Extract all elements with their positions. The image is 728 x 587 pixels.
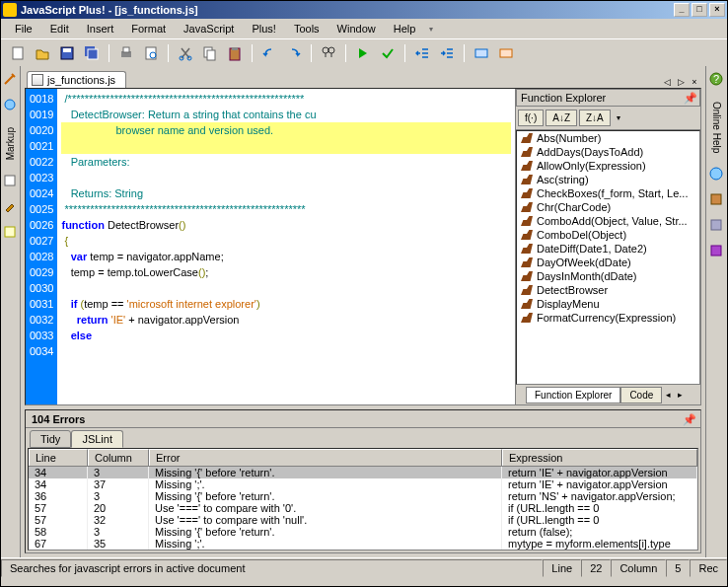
library-icon[interactable] — [709, 244, 725, 259]
save-button[interactable] — [56, 42, 78, 64]
menu-help[interactable]: Help — [386, 21, 424, 37]
column-header-expression[interactable]: Expression — [502, 449, 697, 466]
svg-rect-17 — [475, 49, 487, 57]
func-filter-button[interactable]: f(·) — [518, 110, 544, 126]
jslint-tab[interactable]: JSLint — [71, 430, 123, 448]
markup-tab[interactable]: Markup — [3, 123, 18, 164]
function-list-item[interactable]: CheckBoxes(f_form, Start, Le... — [517, 186, 699, 200]
comment-button[interactable] — [471, 42, 492, 64]
close-button[interactable]: × — [709, 3, 725, 17]
cut-button[interactable] — [175, 42, 196, 64]
function-list-item[interactable]: DayOfWeek(dDate) — [517, 256, 699, 269]
error-row[interactable]: 3437Missing ';'.return 'IE' + navigator.… — [29, 478, 697, 490]
pin-icon[interactable]: 📌 — [683, 413, 694, 425]
maximize-button[interactable]: □ — [692, 3, 707, 17]
menu-file[interactable]: File — [7, 21, 40, 37]
menu-insert[interactable]: Insert — [79, 21, 122, 37]
function-list-item[interactable]: AddDays(DaysToAdd) — [517, 145, 699, 159]
error-row[interactable]: 6735Missing ';'.mytype = myform.elements… — [29, 538, 697, 550]
globe-icon[interactable] — [709, 167, 725, 183]
errors-count-title: 104 Errors — [32, 413, 683, 425]
function-list-item[interactable]: AllowOnly(Expression) — [517, 159, 699, 173]
error-row[interactable]: 583Missing '{' before 'return'.return (f… — [29, 526, 697, 538]
menu-overflow-icon[interactable]: ▾ — [429, 25, 433, 34]
function-list-item[interactable]: Abs(Number) — [517, 131, 699, 145]
function-list-item[interactable]: DisplayMenu — [517, 297, 699, 311]
menu-tools[interactable]: Tools — [286, 21, 328, 37]
tab-scroll-right[interactable]: ▸ — [674, 390, 686, 400]
indent-button[interactable] — [436, 42, 458, 64]
paste-button[interactable] — [224, 42, 246, 64]
document-tab-bar: js_functions.js ◁ ▷ × — [21, 66, 705, 88]
undo-button[interactable] — [258, 42, 280, 64]
run-button[interactable] — [352, 42, 374, 64]
function-list-item[interactable]: ComboDel(Object) — [517, 228, 699, 242]
error-row[interactable]: 5732Use '===' to compare with 'null'.if … — [29, 514, 697, 526]
error-row[interactable]: 363Missing '{' before 'return'.return 'N… — [29, 490, 697, 502]
error-row[interactable]: 5720Use '===' to compare with '0'.if (UR… — [29, 502, 697, 514]
new-file-button[interactable] — [7, 42, 29, 64]
error-row[interactable]: 343Missing '{' before 'return'.return 'I… — [29, 467, 697, 478]
function-list[interactable]: Abs(Number)AddDays(DaysToAdd)AllowOnly(E… — [516, 130, 700, 385]
form-icon[interactable] — [3, 174, 19, 189]
menu-plus[interactable]: Plus! — [244, 21, 283, 37]
svg-rect-27 — [711, 246, 721, 256]
svg-rect-12 — [207, 50, 215, 60]
help-icon[interactable]: ? — [709, 72, 725, 88]
function-list-item[interactable]: Asc(string) — [517, 173, 699, 186]
column-header-error[interactable]: Error — [149, 449, 502, 466]
save-all-button[interactable] — [81, 42, 103, 64]
pin-icon[interactable]: 📌 — [684, 92, 695, 104]
check-button[interactable] — [377, 42, 399, 64]
function-list-item[interactable]: DetectBrowser — [517, 283, 699, 297]
document-tab[interactable]: js_functions.js — [27, 71, 126, 88]
function-list-item[interactable]: Chr(CharCode) — [517, 200, 699, 214]
wizard-icon[interactable] — [3, 72, 19, 88]
tools-icon[interactable] — [709, 218, 725, 234]
code-tab[interactable]: Code — [620, 387, 662, 404]
find-button[interactable] — [318, 42, 339, 64]
function-list-item[interactable]: DaysInMonth(dDate) — [517, 269, 699, 283]
func-explorer-tab[interactable]: Function Explorer — [526, 387, 620, 404]
toolbar-overflow-icon[interactable]: ▾ — [617, 113, 620, 122]
uncomment-button[interactable] — [495, 42, 517, 64]
menu-window[interactable]: Window — [329, 21, 384, 37]
redo-button[interactable] — [283, 42, 305, 64]
tab-scroll-left[interactable]: ◂ — [662, 390, 674, 400]
menu-javascript[interactable]: JavaScript — [176, 21, 242, 37]
title-bar: JavaScript Plus! - [js_functions.js] _ □… — [1, 1, 727, 19]
sort-za-button[interactable]: Z↓A — [579, 110, 611, 126]
tab-close-button[interactable]: × — [689, 76, 700, 88]
function-list-item[interactable]: ComboAdd(Object, Value, Str... — [517, 214, 699, 228]
book-icon[interactable] — [709, 192, 725, 208]
tidy-tab[interactable]: Tidy — [30, 430, 71, 448]
status-line-label: Line — [543, 559, 581, 577]
column-header-line[interactable]: Line — [29, 449, 88, 466]
minimize-button[interactable]: _ — [674, 3, 690, 17]
print-preview-button[interactable] — [140, 42, 162, 64]
code-editor[interactable]: /***************************************… — [57, 89, 515, 404]
errors-panel: 104 Errors 📌 Tidy JSLint Line Column Err… — [25, 409, 701, 553]
menu-edit[interactable]: Edit — [42, 21, 77, 37]
tab-next-button[interactable]: ▷ — [675, 76, 687, 88]
print-button[interactable] — [115, 42, 137, 64]
function-list-item[interactable]: DateDiff(Date1, Date2) — [517, 242, 699, 256]
svg-rect-2 — [63, 48, 71, 52]
column-header-column[interactable]: Column — [88, 449, 149, 466]
script-icon[interactable] — [3, 225, 19, 241]
brush-icon[interactable] — [3, 199, 19, 215]
copy-button[interactable] — [199, 42, 221, 64]
function-explorer-title: Function Explorer — [521, 92, 684, 104]
function-list-item[interactable]: FormatCurrency(Expression) — [517, 311, 699, 325]
online-help-tab[interactable]: Online Help — [709, 98, 724, 157]
function-icon — [521, 147, 533, 157]
status-column-label: Column — [611, 559, 666, 577]
palette-icon[interactable] — [3, 98, 19, 113]
outdent-button[interactable] — [411, 42, 433, 64]
sort-az-button[interactable]: A↓Z — [546, 110, 577, 126]
menu-format[interactable]: Format — [123, 21, 174, 37]
open-file-button[interactable] — [32, 42, 53, 64]
function-icon — [521, 257, 533, 267]
tab-prev-button[interactable]: ◁ — [661, 76, 673, 88]
function-icon — [521, 133, 533, 143]
